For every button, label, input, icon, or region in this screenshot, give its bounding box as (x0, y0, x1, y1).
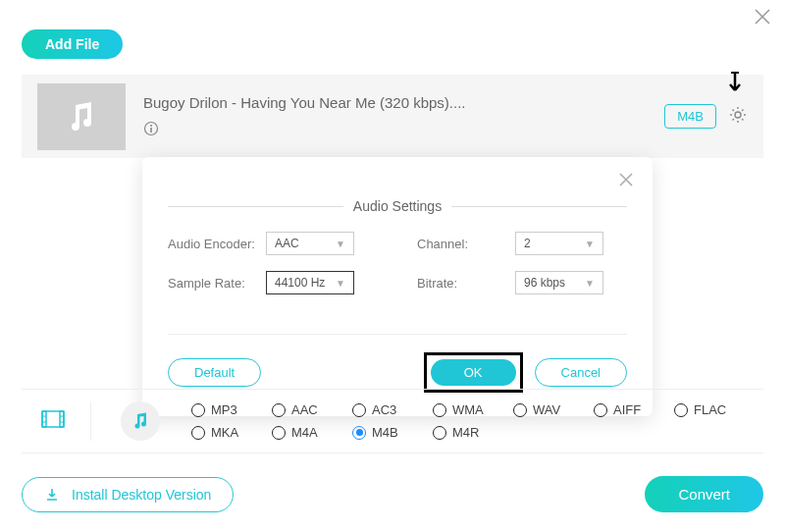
default-button[interactable]: Default (168, 358, 261, 387)
format-badge[interactable]: M4B (664, 104, 716, 129)
ok-highlight-annotation: OK (424, 352, 523, 393)
close-icon[interactable] (754, 8, 771, 30)
dialog-title: Audio Settings (353, 198, 442, 214)
chevron-down-icon: ▼ (336, 239, 345, 249)
format-radio-flac[interactable]: FLAC (674, 402, 755, 417)
add-file-button[interactable]: Add File (22, 29, 123, 59)
samplerate-label: Sample Rate: (168, 276, 266, 291)
svg-rect-2 (150, 128, 152, 133)
samplerate-select[interactable]: 44100 Hz▼ (266, 271, 354, 294)
convert-button[interactable]: Convert (645, 476, 763, 512)
format-radio-wma[interactable]: WMA (433, 402, 513, 417)
cancel-button[interactable]: Cancel (535, 358, 627, 387)
format-radio-m4r[interactable]: M4R (433, 425, 513, 440)
video-tab-icon[interactable] (22, 405, 84, 437)
svg-point-3 (735, 112, 741, 118)
svg-rect-5 (42, 411, 46, 427)
chevron-down-icon: ▼ (336, 278, 345, 289)
chevron-down-icon: ▼ (585, 278, 595, 289)
arrow-annotation-icon (726, 71, 744, 104)
file-thumbnail (37, 83, 126, 150)
format-radio-mka[interactable]: MKA (191, 425, 272, 440)
ok-button[interactable]: OK (431, 359, 516, 386)
svg-rect-6 (60, 411, 64, 427)
bitrate-select[interactable]: 96 kbps▼ (515, 271, 603, 294)
dialog-close-icon[interactable] (617, 171, 635, 192)
bitrate-label: Bitrate: (417, 276, 515, 291)
chevron-down-icon: ▼ (585, 239, 595, 249)
format-radio-ac3[interactable]: AC3 (352, 402, 433, 417)
download-icon (44, 487, 60, 503)
format-radio-wav[interactable]: WAV (513, 402, 594, 417)
gear-icon[interactable] (728, 105, 748, 129)
channel-select[interactable]: 2▼ (515, 232, 603, 255)
format-radio-mp3[interactable]: MP3 (191, 402, 272, 417)
format-radio-aiff[interactable]: AIFF (594, 402, 674, 417)
audio-settings-dialog: Audio Settings Audio Encoder: AAC▼ Chann… (142, 157, 653, 416)
format-selector-bar: MP3AACAC3WMAWAVAIFFFLACMKAM4AM4BM4R (22, 389, 763, 453)
channel-label: Channel: (417, 237, 515, 251)
install-desktop-button[interactable]: Install Desktop Version (22, 477, 234, 512)
svg-point-1 (150, 125, 152, 127)
encoder-select[interactable]: AAC▼ (266, 232, 354, 255)
format-radio-aac[interactable]: AAC (272, 402, 352, 417)
info-icon[interactable] (143, 121, 664, 139)
format-radio-m4b[interactable]: M4B (352, 425, 433, 440)
music-note-icon (62, 97, 101, 136)
encoder-label: Audio Encoder: (168, 237, 266, 251)
file-row: Bugoy Drilon - Having You Near Me (320 k… (22, 75, 763, 158)
file-title: Bugoy Drilon - Having You Near Me (320 k… (143, 94, 664, 111)
format-radio-m4a[interactable]: M4A (272, 425, 352, 440)
audio-tab-icon[interactable] (103, 401, 178, 441)
